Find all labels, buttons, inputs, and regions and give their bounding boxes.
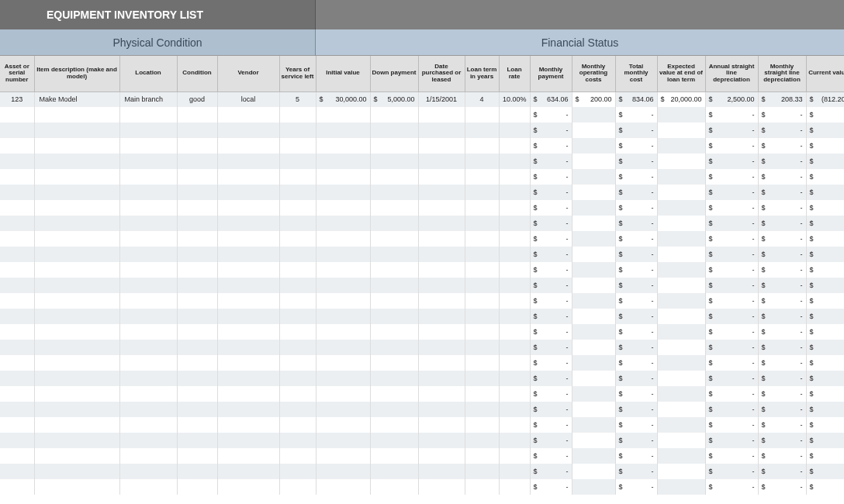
cell[interactable]: $- (615, 355, 657, 371)
cell[interactable]: $- (530, 309, 572, 324)
cell[interactable] (177, 216, 217, 231)
cell[interactable]: $- (806, 402, 844, 417)
cell[interactable] (316, 123, 370, 138)
cell[interactable] (572, 448, 615, 464)
cell[interactable]: $- (806, 185, 844, 200)
cell[interactable] (316, 231, 370, 247)
cell-expected[interactable]: $20,000.00 (657, 91, 705, 107)
cell[interactable] (572, 278, 615, 293)
cell[interactable] (177, 293, 217, 309)
cell[interactable] (572, 123, 615, 138)
cell[interactable] (177, 200, 217, 216)
cell[interactable]: $- (806, 324, 844, 340)
cell[interactable] (465, 169, 499, 185)
cell[interactable] (499, 200, 530, 216)
cell[interactable] (657, 324, 705, 340)
cell[interactable]: $- (615, 200, 657, 216)
cell[interactable]: $- (705, 123, 758, 138)
cell[interactable] (657, 479, 705, 495)
cell[interactable]: $- (806, 169, 844, 185)
cell[interactable]: $- (530, 293, 572, 309)
cell[interactable] (370, 169, 418, 185)
cell[interactable] (499, 154, 530, 169)
table-row[interactable]: $-$-$-$-$- (0, 355, 844, 371)
cell[interactable]: $- (615, 231, 657, 247)
cell[interactable] (657, 169, 705, 185)
cell[interactable] (217, 386, 279, 402)
cell[interactable]: $- (530, 386, 572, 402)
cell[interactable] (316, 169, 370, 185)
cell[interactable] (119, 355, 177, 371)
cell[interactable] (279, 386, 316, 402)
cell[interactable]: $- (530, 138, 572, 154)
cell[interactable] (316, 293, 370, 309)
cell[interactable]: $- (806, 216, 844, 231)
cell[interactable] (34, 386, 119, 402)
cell[interactable] (119, 479, 177, 495)
cell[interactable] (370, 262, 418, 278)
cell[interactable]: $- (758, 293, 806, 309)
cell[interactable] (316, 278, 370, 293)
cell[interactable]: $- (758, 200, 806, 216)
cell[interactable] (177, 278, 217, 293)
cell[interactable] (177, 448, 217, 464)
cell[interactable] (177, 340, 217, 355)
cell[interactable] (465, 355, 499, 371)
cell[interactable] (279, 402, 316, 417)
cell[interactable]: $- (705, 262, 758, 278)
cell[interactable] (119, 340, 177, 355)
cell[interactable] (119, 185, 177, 200)
cell[interactable] (0, 386, 34, 402)
cell[interactable] (657, 185, 705, 200)
cell[interactable] (177, 138, 217, 154)
cell[interactable] (34, 138, 119, 154)
cell[interactable]: $- (615, 262, 657, 278)
cell[interactable] (177, 417, 217, 433)
cell[interactable] (572, 479, 615, 495)
cell[interactable] (316, 107, 370, 123)
cell[interactable]: $- (530, 123, 572, 138)
cell[interactable] (217, 169, 279, 185)
cell[interactable] (217, 123, 279, 138)
cell[interactable] (572, 386, 615, 402)
cell[interactable] (119, 216, 177, 231)
cell[interactable] (316, 262, 370, 278)
cell[interactable]: $- (530, 247, 572, 262)
cell[interactable] (34, 324, 119, 340)
cell[interactable] (572, 402, 615, 417)
cell[interactable] (418, 231, 465, 247)
cell[interactable] (657, 278, 705, 293)
cell[interactable] (34, 433, 119, 448)
cell[interactable]: $- (615, 340, 657, 355)
cell[interactable] (34, 479, 119, 495)
cell[interactable]: $- (758, 247, 806, 262)
cell[interactable] (465, 293, 499, 309)
cell[interactable] (657, 433, 705, 448)
cell[interactable]: $- (615, 402, 657, 417)
cell[interactable]: $- (705, 200, 758, 216)
cell[interactable] (34, 200, 119, 216)
cell[interactable] (177, 262, 217, 278)
cell[interactable] (0, 200, 34, 216)
cell[interactable] (418, 479, 465, 495)
cell-down[interactable]: $5,000.00 (370, 91, 418, 107)
cell[interactable] (177, 371, 217, 386)
cell[interactable] (316, 355, 370, 371)
cell[interactable] (370, 386, 418, 402)
cell[interactable]: $- (758, 479, 806, 495)
cell[interactable] (370, 448, 418, 464)
cell[interactable]: $- (758, 448, 806, 464)
cell[interactable]: $- (758, 371, 806, 386)
cell[interactable] (316, 309, 370, 324)
cell[interactable]: $- (705, 402, 758, 417)
cell[interactable]: $- (615, 123, 657, 138)
cell[interactable] (572, 371, 615, 386)
cell[interactable]: $- (705, 417, 758, 433)
table-row[interactable]: $-$-$-$-$- (0, 448, 844, 464)
cell[interactable] (0, 293, 34, 309)
cell-years[interactable]: 5 (279, 91, 316, 107)
cell[interactable] (217, 371, 279, 386)
cell[interactable] (370, 355, 418, 371)
cell[interactable] (316, 386, 370, 402)
cell[interactable] (370, 433, 418, 448)
